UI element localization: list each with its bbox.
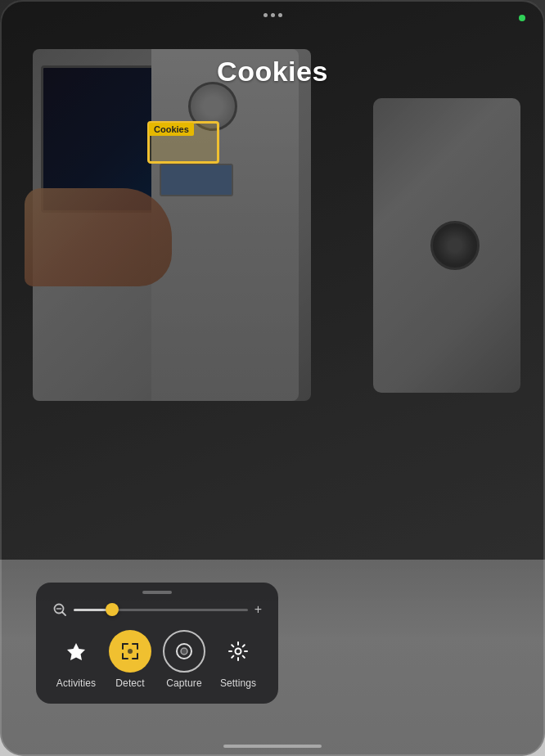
svg-marker-3 (67, 643, 85, 660)
detect-icon-wrap (109, 630, 151, 673)
svg-rect-9 (122, 653, 124, 659)
detected-label-title: Cookies (0, 56, 545, 88)
camera-active-indicator (519, 15, 525, 21)
capture-label: Capture (166, 677, 201, 689)
settings-button[interactable]: Settings (217, 630, 259, 689)
capture-icon-wrap (163, 630, 205, 673)
zoom-slider-thumb[interactable] (106, 603, 119, 616)
zoom-slider-track[interactable] (74, 609, 248, 611)
actions-row: Activities Detect (49, 630, 265, 689)
status-dot-2 (271, 13, 275, 17)
zoom-plus-label: + (254, 602, 262, 617)
bounding-box-label: Cookies (149, 123, 194, 136)
detect-label: Detect (115, 677, 144, 689)
status-dot-3 (278, 13, 282, 17)
bounding-box: Cookies (147, 121, 219, 164)
svg-line-1 (63, 613, 66, 616)
activities-button[interactable]: Activities (55, 630, 97, 689)
detect-button[interactable]: Detect (109, 630, 151, 689)
status-dot-1 (263, 13, 268, 17)
zoom-out-icon (52, 602, 67, 617)
svg-point-15 (236, 649, 241, 655)
bottom-panel: + Activities (36, 583, 278, 704)
home-indicator (223, 745, 322, 748)
svg-rect-5 (122, 643, 124, 650)
activities-icon-wrap (55, 630, 97, 673)
svg-point-14 (181, 648, 187, 655)
zoom-row: + (49, 602, 265, 617)
capture-button[interactable]: Capture (163, 630, 205, 689)
panel-handle (142, 591, 172, 594)
svg-rect-7 (137, 643, 138, 650)
settings-label: Settings (220, 677, 256, 689)
status-bar (0, 13, 545, 17)
status-dots (263, 13, 282, 17)
activities-label: Activities (56, 677, 96, 689)
settings-icon-wrap (217, 630, 259, 673)
svg-rect-11 (137, 653, 138, 659)
svg-point-12 (128, 649, 133, 654)
